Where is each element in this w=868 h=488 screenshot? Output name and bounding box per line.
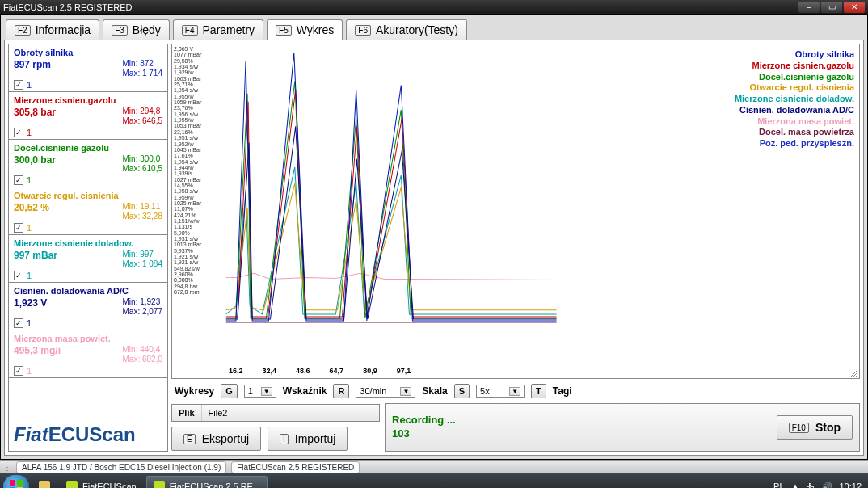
taskbar-app2[interactable]: FiatECUScan 2.5 RE... <box>146 476 268 488</box>
parameters-sidebar[interactable]: Obroty silnika 897 rpm Min: 872Max: 1 71… <box>8 44 168 452</box>
param-index: 1 <box>27 366 32 376</box>
param-value: 20,52 % <box>14 202 49 213</box>
import-button[interactable]: IImportuj <box>268 427 348 451</box>
stop-button[interactable]: F10Stop <box>777 415 853 440</box>
scale-select[interactable]: 5x▼ <box>476 385 525 398</box>
legend-item: Poz. ped. przyspieszn. <box>735 138 854 149</box>
param-checkbox[interactable]: ✓ <box>14 80 23 90</box>
param-minmax: Min: 300,0Max: 610,5 <box>123 154 162 174</box>
legend-item: Docel.cisnienie gazolu <box>735 72 854 83</box>
param-name: Mierzone cisnien.gazolu <box>14 95 162 105</box>
chevron-down-icon: ▼ <box>261 387 272 396</box>
folder-icon <box>39 481 50 488</box>
param-block[interactable]: Mierzone cisnienie doladow. 997 mBar Min… <box>9 235 167 283</box>
param-checkbox[interactable]: ✓ <box>14 318 23 328</box>
app-frame: F2Informacjia F3Błędy F4Parametry F5Wykr… <box>0 14 868 460</box>
wskaznik-label: Wskaźnik <box>283 385 327 397</box>
tab-bledy[interactable]: F3Błędy <box>103 19 170 40</box>
s-button[interactable]: S <box>454 384 470 398</box>
svg-rect-1 <box>17 480 23 486</box>
chevron-down-icon: ▼ <box>509 387 520 396</box>
status-vehicle[interactable]: ALFA 156 1.9 JTD / Bosch EDC15 Diesel In… <box>16 461 226 473</box>
param-checkbox[interactable]: ✓ <box>14 128 23 137</box>
param-block[interactable]: Obroty silnika 897 rpm Min: 872Max: 1 71… <box>9 44 167 92</box>
legend-item: Mierzona masa powiet. <box>735 116 854 128</box>
g-button[interactable]: G <box>221 384 238 398</box>
param-name: Docel.cisnienie gazolu <box>14 143 162 153</box>
status-app[interactable]: FiatECUScan 2.5 REGISTERED <box>231 461 360 473</box>
window-title: FiatECUScan 2.5 REGISTERED <box>3 2 133 12</box>
file-box: Plik File2 <box>171 404 380 422</box>
tab-content: Obroty silnika 897 rpm Min: 872Max: 1 71… <box>4 40 864 456</box>
param-name: Otwarcie regul. cisnienia <box>14 191 162 200</box>
chart-controls: Wykresy G 1▼ Wskaźnik R 30/min▼ Skala S … <box>171 382 860 400</box>
svg-rect-0 <box>10 480 15 486</box>
t-button[interactable]: T <box>531 384 546 398</box>
tab-wykres[interactable]: F5Wykres <box>267 19 343 40</box>
param-minmax: Min: 872Max: 1 714 <box>123 59 162 78</box>
param-checkbox[interactable]: ✓ <box>14 366 23 376</box>
status-menu-icon[interactable]: ⋮ <box>3 463 11 472</box>
tray-clock[interactable]: 10:12 <box>839 482 862 488</box>
param-name: Cisnien. doladowania AD/C <box>14 286 162 296</box>
r-button[interactable]: R <box>333 384 349 398</box>
tagi-label: Tagi <box>553 385 572 397</box>
param-index: 1 <box>27 175 32 185</box>
param-value: 305,8 bar <box>14 107 56 118</box>
close-button[interactable]: ✕ <box>844 2 865 13</box>
x-axis-labels: 16,232,448,664,780,997,1 <box>229 367 411 375</box>
tray-volume-icon[interactable]: 🔊 <box>821 482 832 489</box>
param-checkbox[interactable]: ✓ <box>14 175 23 185</box>
resize-handle-icon[interactable] <box>849 368 859 378</box>
param-block[interactable]: Docel.cisnienie gazolu 300,0 bar Min: 30… <box>9 140 167 187</box>
rate-select[interactable]: 30/min▼ <box>356 385 415 398</box>
param-index: 1 <box>27 318 32 328</box>
chart-panel: 2,065 V1077 mBar29,50%1,934 s/w1,929/w10… <box>171 44 860 452</box>
param-checkbox[interactable]: ✓ <box>14 223 23 233</box>
param-name: Mierzone cisnienie doladow. <box>14 238 162 248</box>
app-logo: FiatECUScan <box>9 419 167 451</box>
param-checkbox[interactable]: ✓ <box>14 271 23 280</box>
app-icon <box>66 481 78 488</box>
param-block[interactable]: Mierzone cisnien.gazolu 305,8 bar Min: 2… <box>9 92 167 140</box>
param-index: 1 <box>27 223 32 233</box>
file-value[interactable]: File2 <box>202 405 379 421</box>
param-minmax: Min: 1,923Max: 2,077 <box>123 297 162 317</box>
param-block[interactable]: Cisnien. doladowania AD/C 1,923 V Min: 1… <box>9 283 167 330</box>
maximize-button[interactable]: ▭ <box>821 2 842 13</box>
param-index: 1 <box>27 271 32 280</box>
app-icon <box>154 481 165 488</box>
chart-legend: Obroty silnikaMierzone cisnien.gazoluDoc… <box>735 49 854 149</box>
tray-lang[interactable]: PL <box>773 482 784 488</box>
legend-item: Mierzone cisnienie doladow. <box>735 94 854 105</box>
legend-item: Cisnien. doladowania AD/C <box>735 105 854 116</box>
g-select[interactable]: 1▼ <box>244 385 276 398</box>
legend-item: Obroty silnika <box>735 49 854 61</box>
tray-flag-icon[interactable]: ▲ <box>791 482 800 488</box>
chart-area[interactable]: 2,065 V1077 mBar29,50%1,934 s/w1,929/w10… <box>171 44 860 379</box>
windows-logo-icon <box>9 479 23 488</box>
tab-parametry[interactable]: F4Parametry <box>173 19 263 40</box>
export-button[interactable]: EEksportuj <box>171 427 261 451</box>
param-name: Obroty silnika <box>14 48 162 57</box>
tab-bar: F2Informacjia F3Błędy F4Parametry F5Wykr… <box>4 18 864 40</box>
param-block[interactable]: Mierzona masa powiet. 495,3 mg/i Min: 44… <box>9 330 167 378</box>
recording-status: Recording ... 103 <box>392 414 456 441</box>
legend-item: Otwarcie regul. cisnienia <box>735 82 854 94</box>
taskbar-explorer[interactable] <box>32 476 57 488</box>
taskbar-app1[interactable]: FiatECUScan <box>60 476 143 488</box>
param-value: 1,923 V <box>14 297 47 309</box>
skala-label: Skala <box>422 385 447 397</box>
system-tray: PL ▲ 🖧 🔊 10:12 <box>773 482 865 489</box>
param-value: 897 rpm <box>14 59 51 70</box>
tab-akuratory[interactable]: F6Akuratory(Testy) <box>346 19 467 40</box>
start-button[interactable] <box>3 475 29 488</box>
tab-informacjia[interactable]: F2Informacjia <box>6 19 99 40</box>
param-block[interactable]: Otwarcie regul. cisnienia 20,52 % Min: 1… <box>9 187 167 235</box>
tray-network-icon[interactable]: 🖧 <box>806 482 815 488</box>
wykresy-label: Wykresy <box>175 385 214 397</box>
param-minmax: Min: 294,8Max: 646,5 <box>123 107 162 126</box>
param-name: Mierzona masa powiet. <box>14 334 162 343</box>
minimize-button[interactable]: – <box>798 2 820 13</box>
param-value: 495,3 mg/i <box>14 345 61 356</box>
